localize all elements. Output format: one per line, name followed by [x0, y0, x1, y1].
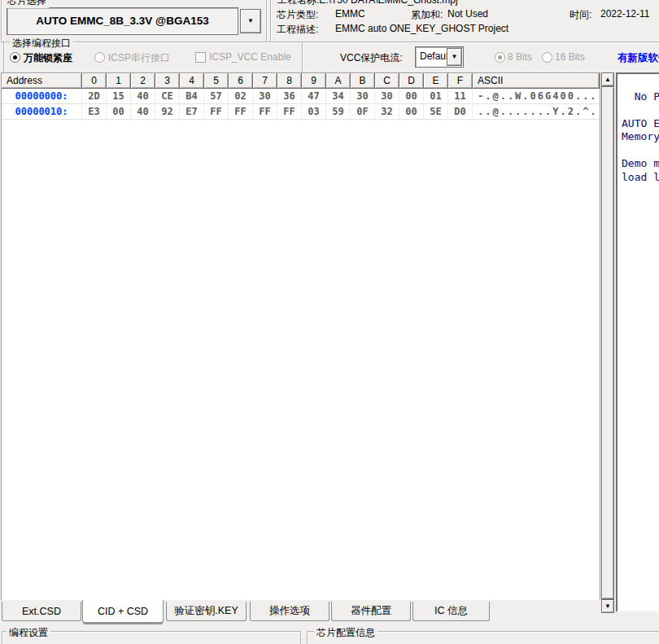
hex-byte: 5E [424, 104, 448, 119]
hex-row: 00000010: E3 00 40 92 E7 FF FF FF FF 03 … [2, 104, 600, 120]
hex-byte: 03 [302, 104, 326, 119]
hex-header-address[interactable]: Address [2, 73, 82, 89]
radio-16bits-label: 16 Bits [555, 51, 585, 63]
hex-header-ascii[interactable]: ASCII [473, 73, 600, 89]
hex-header-col[interactable]: 8 [277, 73, 302, 89]
scroll-up-button[interactable]: ▲ [601, 72, 614, 86]
radio-dot-icon [498, 55, 502, 59]
hex-header-row: Address 0 1 2 3 4 5 6 7 8 9 A B C D E F … [2, 73, 600, 89]
hex-header-col[interactable]: E [424, 73, 448, 89]
status-line [622, 103, 659, 117]
hex-byte: 2D [82, 89, 107, 103]
status-info-panel: No Pr AUTO E Memory Demo m load l [616, 72, 659, 612]
hex-byte: 01 [424, 89, 448, 103]
hex-scrollbar[interactable]: ▲ ▼ [601, 72, 614, 613]
hex-byte: 00 [399, 104, 424, 119]
vcc-protect-current-label: VCC保护电流: [340, 51, 403, 65]
scroll-down-button[interactable]: ▼ [601, 599, 614, 613]
chip-select-dropdown-button[interactable]: ▼ [240, 9, 261, 33]
hex-byte: 02 [229, 89, 253, 103]
hex-header-col[interactable]: 1 [107, 73, 131, 89]
hex-header-col[interactable]: A [326, 73, 351, 89]
hex-header-col[interactable]: 3 [155, 73, 180, 89]
hex-header-col[interactable]: D [399, 73, 424, 89]
hex-header-col[interactable]: 7 [253, 73, 277, 89]
radio-8bits-label: 8 Bits [508, 51, 532, 63]
hex-byte: D0 [448, 104, 473, 119]
hex-byte: 47 [302, 89, 326, 103]
programming-settings-label: 编程设置 [7, 626, 50, 640]
tab-cid-csd[interactable]: CID + CSD [82, 600, 164, 623]
hex-byte: FF [229, 104, 253, 119]
hex-byte: 00 [399, 89, 424, 103]
tab-device-config[interactable]: 器件配置 [331, 602, 411, 621]
hex-header-col[interactable]: 4 [180, 73, 204, 89]
chip-select-group-label: 芯片选择 [5, 0, 49, 8]
hex-byte: E3 [82, 104, 107, 119]
chip-config-info-label: 芯片配置信息 [314, 626, 378, 640]
hex-header-col[interactable]: 0 [82, 73, 107, 89]
hex-byte: 59 [326, 104, 351, 119]
hex-header-col[interactable]: 6 [229, 73, 253, 89]
hex-byte: E7 [180, 104, 204, 119]
radio-16bits [542, 52, 552, 63]
hex-byte: 40 [131, 89, 155, 103]
status-line [622, 144, 659, 158]
scroll-down-icon: ▼ [604, 603, 611, 610]
hex-ascii: -.@..W.06G400... [473, 89, 600, 103]
vcc-current-dropdown[interactable]: Default ▼ [415, 46, 464, 68]
hex-byte: 11 [448, 89, 473, 103]
hex-address: 00000000: [2, 89, 82, 103]
scrollbar-thumb[interactable] [601, 86, 614, 599]
hex-byte: CE [155, 89, 180, 103]
chevron-down-icon: ▼ [452, 54, 458, 60]
project-desc-label: 工程描述: [277, 23, 318, 37]
hex-byte: 40 [131, 104, 155, 119]
tab-ext-csd[interactable]: Ext.CSD [2, 602, 81, 621]
status-line: No Pr [622, 90, 659, 104]
time-label: 时间: [570, 8, 591, 22]
hex-header-col[interactable]: 9 [302, 73, 326, 89]
project-name-label: 工程名称:E:\T50 DATA\EMMC_Ghost.mpj [275, 0, 460, 7]
chip-select-combobox[interactable]: AUTO EMMC_8B_3.3V @BGA153 [7, 7, 238, 35]
radio-icsp-serial [94, 52, 105, 63]
hex-byte: FF [204, 104, 229, 119]
radio-icsp-serial-label: ICSP串行接口 [108, 51, 170, 65]
new-version-link[interactable]: 有新版软件 [618, 51, 659, 65]
vcc-dropdown-button[interactable]: ▼ [447, 48, 462, 66]
hex-header-col[interactable]: 2 [131, 73, 155, 89]
hex-byte: 34 [326, 89, 351, 103]
project-desc-value: EMMC auto ONE_KEY_GHOST Project [335, 23, 508, 34]
tab-ic-info[interactable]: IC 信息 [412, 602, 490, 621]
time-value: 2022-12-11 [600, 8, 650, 20]
chevron-down-icon: ▼ [247, 18, 254, 24]
programming-interface-group-label: 选择编程接口 [10, 37, 73, 50]
hex-header-col[interactable]: B [351, 73, 375, 89]
hex-byte: 15 [107, 89, 131, 103]
hex-byte: 36 [277, 89, 302, 103]
tab-verify-key[interactable]: 验证密钥.KEY [166, 602, 247, 621]
hex-byte: 92 [155, 104, 180, 119]
status-line: AUTO E [622, 117, 659, 131]
status-line: Demo m [622, 157, 659, 171]
hex-header-col[interactable]: F [448, 73, 473, 89]
hex-header-col[interactable]: C [375, 73, 399, 89]
checkbox-icsp-vcc-label: ICSP_VCC Enable [209, 51, 291, 63]
hex-byte: 0F [351, 104, 375, 119]
hex-byte: 32 [375, 104, 399, 119]
checkbox-icsp-vcc [195, 52, 206, 63]
hex-viewer: Address 0 1 2 3 4 5 6 7 8 9 A B C D E F … [1, 72, 600, 600]
status-info-text: No Pr AUTO E Memory Demo m load l [622, 77, 659, 184]
tab-operation-options[interactable]: 操作选项 [250, 602, 330, 621]
hex-byte: B4 [180, 89, 204, 103]
hex-header-col[interactable]: 5 [204, 73, 229, 89]
radio-universal-socket[interactable] [10, 52, 20, 63]
hex-byte: 30 [375, 89, 399, 103]
hex-row: 00000000: 2D 15 40 CE B4 57 02 30 36 47 … [2, 89, 600, 104]
hex-byte: FF [277, 104, 302, 119]
radio-dot-icon [13, 55, 17, 59]
hex-byte: 57 [204, 89, 229, 103]
checksum-label: 累加和: [411, 8, 443, 22]
scroll-up-icon: ▲ [604, 77, 611, 83]
hex-ascii: ..@.......Y.2.^. [473, 104, 600, 119]
